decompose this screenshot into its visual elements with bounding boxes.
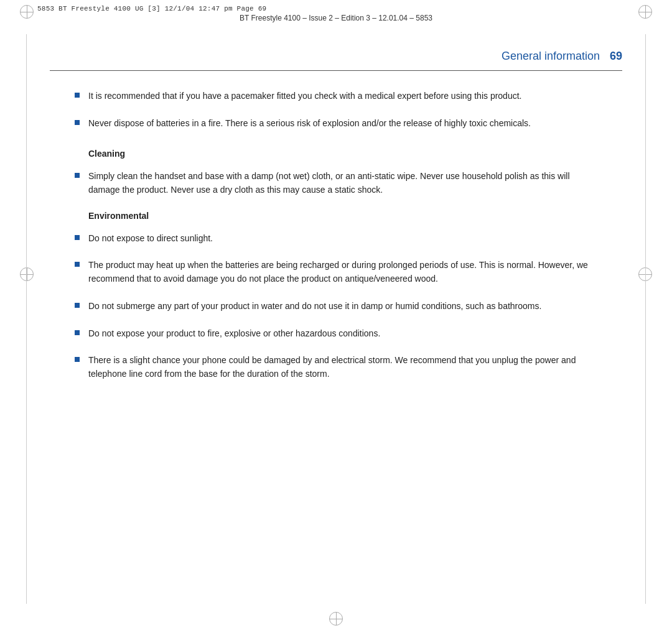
page-header: 5853 BT Freestyle 4100 UG [3] 12/1/04 12… xyxy=(0,0,672,25)
header-subtitle: BT Freestyle 4100 – Issue 2 – Edition 3 … xyxy=(37,14,635,22)
bullet-text: Do not submerge any part of your product… xyxy=(88,300,541,313)
bullet-icon xyxy=(75,357,80,362)
cleaning-heading: Cleaning xyxy=(88,149,597,159)
list-item: It is recommended that if you have a pac… xyxy=(75,90,597,103)
bullet-text: Never dispose of batteries in a fire. Th… xyxy=(88,117,531,131)
left-border xyxy=(26,34,27,604)
list-item: Simply clean the handset and base with a… xyxy=(75,170,597,196)
section-title: General information xyxy=(502,50,600,63)
title-section: General information 69 xyxy=(0,31,672,70)
page-number: 69 xyxy=(610,50,622,63)
content-area: It is recommended that if you have a pac… xyxy=(0,71,672,420)
list-item: Do not expose to direct sunlight. xyxy=(75,232,597,246)
list-item: Do not submerge any part of your product… xyxy=(75,300,597,313)
bullet-icon xyxy=(75,93,80,98)
bullet-icon xyxy=(75,330,80,335)
bullet-icon xyxy=(75,173,80,178)
page-container: 5853 BT Freestyle 4100 UG [3] 12/1/04 12… xyxy=(0,0,672,638)
list-item: There is a slight chance your phone coul… xyxy=(75,354,597,381)
bullet-icon xyxy=(75,120,80,125)
bullet-text: It is recommended that if you have a pac… xyxy=(88,90,521,103)
bullet-text: There is a slight chance your phone coul… xyxy=(88,354,597,381)
bullet-icon xyxy=(75,303,80,308)
bullet-text: The product may heat up when the batteri… xyxy=(88,259,597,285)
list-item: Do not expose your product to fire, expl… xyxy=(75,327,597,341)
bullet-text: Do not expose to direct sunlight. xyxy=(88,232,213,246)
bullet-icon xyxy=(75,235,80,240)
reg-mark-mid-left xyxy=(20,267,34,281)
cleaning-bullet-list: Simply clean the handset and base with a… xyxy=(75,170,597,196)
bullet-text: Simply clean the handset and base with a… xyxy=(88,170,597,196)
list-item: Never dispose of batteries in a fire. Th… xyxy=(75,117,597,131)
header-top-line: 5853 BT Freestyle 4100 UG [3] 12/1/04 12… xyxy=(37,5,635,12)
top-bullet-list: It is recommended that if you have a pac… xyxy=(75,90,597,130)
environmental-heading: Environmental xyxy=(88,211,597,221)
right-border xyxy=(645,34,646,604)
reg-mark-bottom-mid xyxy=(329,612,343,626)
bullet-text: Do not expose your product to fire, expl… xyxy=(88,327,380,341)
environmental-bullet-list: Do not expose to direct sunlight. The pr… xyxy=(75,232,597,381)
bullet-icon xyxy=(75,262,80,267)
list-item: The product may heat up when the batteri… xyxy=(75,259,597,285)
